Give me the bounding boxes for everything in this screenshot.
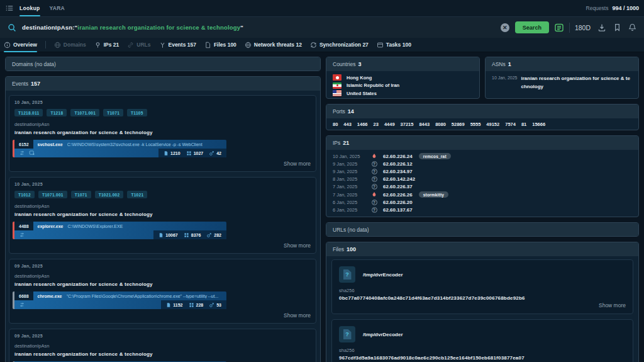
process-row[interactable]: 6688chrome.exe"C:\Program Files\Google\C… bbox=[13, 291, 226, 309]
port-value[interactable]: 49152 bbox=[486, 122, 499, 127]
ip-row[interactable]: 7 Jan, 202562.60.226.26stormkitty bbox=[333, 191, 632, 198]
bell-icon[interactable] bbox=[628, 23, 636, 31]
section-tab-overview[interactable]: Overview bbox=[4, 38, 37, 52]
country-row[interactable]: Hong Kong bbox=[333, 74, 473, 82]
countries-panel-header[interactable]: Countries3 bbox=[326, 57, 479, 71]
mitre-tag[interactable]: T1012 bbox=[14, 191, 35, 198]
ip-row[interactable]: 6 Jan, 2025?62.60.226.20 bbox=[333, 198, 632, 206]
process-info-row: 4488explorer.exeC:\WINDOWS\Explorer.EXE bbox=[14, 222, 226, 230]
show-more-link[interactable]: Show more bbox=[339, 302, 626, 308]
mitre-tag[interactable]: T1071 bbox=[103, 109, 123, 116]
malware-tag[interactable]: stormkitty bbox=[419, 191, 448, 198]
port-value[interactable]: 5555 bbox=[470, 122, 481, 127]
event-tags: T1218.011T1218T1071.001T1071T1105 bbox=[14, 109, 311, 116]
port-value[interactable]: 1466 bbox=[357, 122, 368, 127]
events-panel-header[interactable]: Events157 bbox=[6, 77, 320, 91]
section-tab-label: Files 100 bbox=[214, 42, 236, 48]
asn-value[interactable]: iranian research organization for scienc… bbox=[521, 74, 632, 91]
show-more-link[interactable]: Show more bbox=[14, 312, 311, 319]
ports-panel-header[interactable]: Ports14 bbox=[326, 105, 638, 118]
hash-label: sha256 bbox=[339, 348, 626, 353]
process-pid: 6152 bbox=[14, 140, 33, 149]
mitre-tag[interactable]: T1218.011 bbox=[14, 109, 43, 116]
mitre-tag[interactable]: T1071.001 bbox=[70, 109, 99, 116]
tab-yara[interactable]: YARA bbox=[50, 0, 65, 16]
mitre-tag[interactable]: T1218 bbox=[47, 109, 67, 116]
swap-icon[interactable] bbox=[19, 232, 25, 238]
download-icon[interactable] bbox=[597, 23, 606, 32]
swap-icon[interactable] bbox=[19, 150, 25, 156]
port-value[interactable]: 23 bbox=[374, 122, 379, 127]
ip-row[interactable]: 8 Jan, 2025?62.60.142.242 bbox=[333, 176, 632, 183]
doc-icon bbox=[164, 150, 169, 156]
bookmark-icon[interactable] bbox=[613, 23, 621, 31]
section-tab-tasks[interactable]: Tasks 100 bbox=[377, 38, 411, 52]
window-plus-icon[interactable] bbox=[29, 150, 35, 156]
mitre-tag[interactable]: T1105 bbox=[127, 109, 147, 116]
process-row[interactable]: 4488explorer.exeC:\WINDOWS\Explorer.EXE1… bbox=[13, 222, 226, 239]
show-more-link[interactable]: Show more bbox=[14, 242, 311, 249]
mitre-tag[interactable]: T1021 bbox=[127, 191, 147, 198]
process-bar: 6152svchost.exeC:\WINDOWS\system32\svcho… bbox=[14, 140, 226, 157]
event-date: 10 Jan, 2025 bbox=[14, 182, 311, 186]
port-value[interactable]: 52869 bbox=[452, 122, 465, 127]
section-tab-label: Events 157 bbox=[169, 42, 196, 48]
process-row[interactable]: 6152svchost.exeC:\WINDOWS\system32\svcho… bbox=[13, 140, 226, 157]
show-more-link[interactable]: Show more bbox=[14, 161, 311, 167]
section-tab-synchronization[interactable]: Synchronization 27 bbox=[310, 38, 369, 52]
section-tab-domains[interactable]: Domains bbox=[54, 38, 86, 52]
country-row[interactable]: United States bbox=[333, 89, 473, 98]
search-button[interactable]: Search bbox=[515, 21, 549, 33]
port-value[interactable]: 80 bbox=[333, 122, 338, 127]
flag-ir-icon bbox=[333, 82, 341, 89]
clear-search-button[interactable]: ✕ bbox=[501, 23, 509, 32]
section-tab-label: IPs 21 bbox=[104, 42, 119, 48]
section-tab-urls[interactable]: URLs bbox=[127, 38, 150, 52]
swap-icon[interactable] bbox=[19, 302, 25, 308]
tab-lookup[interactable]: Lookup bbox=[19, 0, 40, 16]
section-tab-ips[interactable]: IPs 21 bbox=[94, 38, 119, 52]
ip-date: 7 Jan, 2025 bbox=[333, 184, 370, 189]
section-tab-files[interactable]: Files 100 bbox=[204, 38, 236, 52]
port-value[interactable]: 15666 bbox=[532, 122, 545, 127]
country-row[interactable]: Islamic Republic of Iran bbox=[333, 82, 473, 90]
port-value[interactable]: 4449 bbox=[384, 122, 395, 127]
mitre-tag[interactable]: T1021.002 bbox=[95, 191, 124, 198]
section-tab-network-threats[interactable]: Network threats 12 bbox=[245, 38, 302, 52]
ip-row[interactable]: 6 Jan, 2025?62.60.137.67 bbox=[333, 206, 632, 213]
ip-row[interactable]: 9 Jan, 2025?62.60.226.12 bbox=[333, 160, 632, 167]
ip-row[interactable]: 7 Jan, 2025?62.60.226.37 bbox=[333, 183, 632, 191]
process-stats-row: 115222853 bbox=[14, 300, 226, 309]
file-path: /tmp/dvrEncoder bbox=[363, 272, 403, 278]
file-path: /tmp/dvrDecoder bbox=[363, 332, 403, 337]
ips-panel-header[interactable]: IPs21 bbox=[326, 136, 638, 150]
urls-panel-header[interactable]: URLs (no data) bbox=[326, 223, 638, 236]
process-name: chrome.exe bbox=[38, 294, 62, 298]
files-panel-header[interactable]: Files100 bbox=[326, 242, 638, 256]
country-name: Hong Kong bbox=[347, 75, 372, 81]
port-value[interactable]: 443 bbox=[343, 122, 352, 127]
port-value[interactable]: 8080 bbox=[435, 122, 446, 127]
mitre-tag[interactable]: T1071.001 bbox=[38, 191, 67, 198]
port-value[interactable]: 81 bbox=[521, 122, 526, 127]
count-files-value: 10067 bbox=[165, 233, 177, 237]
netlink-icon bbox=[209, 302, 214, 308]
section-tab-events[interactable]: Events 157 bbox=[159, 38, 196, 52]
query-builder-icon[interactable] bbox=[554, 23, 564, 33]
process-stats-row: 100678376282 bbox=[14, 230, 226, 239]
port-value[interactable]: 8443 bbox=[419, 122, 430, 127]
port-value[interactable]: 37215 bbox=[401, 122, 414, 127]
ip-row[interactable]: 10 Jan, 202562.60.226.24remcos_rat bbox=[333, 152, 632, 160]
mitre-tag[interactable]: T1071 bbox=[71, 191, 91, 198]
ip-row[interactable]: 9 Jan, 2025?62.60.234.97 bbox=[333, 167, 632, 175]
domains-panel: Domains (no data) bbox=[5, 57, 321, 71]
domains-panel-header[interactable]: Domains (no data) bbox=[6, 57, 320, 71]
search-input[interactable]: destinationIpAsn:"iranian research organ… bbox=[22, 24, 501, 31]
menu-icon[interactable] bbox=[5, 4, 14, 13]
asns-panel-header[interactable]: ASNs1 bbox=[486, 57, 638, 71]
top-bar: Lookup YARA Requests994 / 1000 bbox=[0, 0, 644, 16]
ip-address: 62.60.142.242 bbox=[383, 176, 415, 182]
date-range-selector[interactable]: 180D bbox=[575, 24, 591, 31]
port-value[interactable]: 7574 bbox=[505, 122, 516, 127]
malware-tag[interactable]: remcos_rat bbox=[419, 153, 451, 159]
